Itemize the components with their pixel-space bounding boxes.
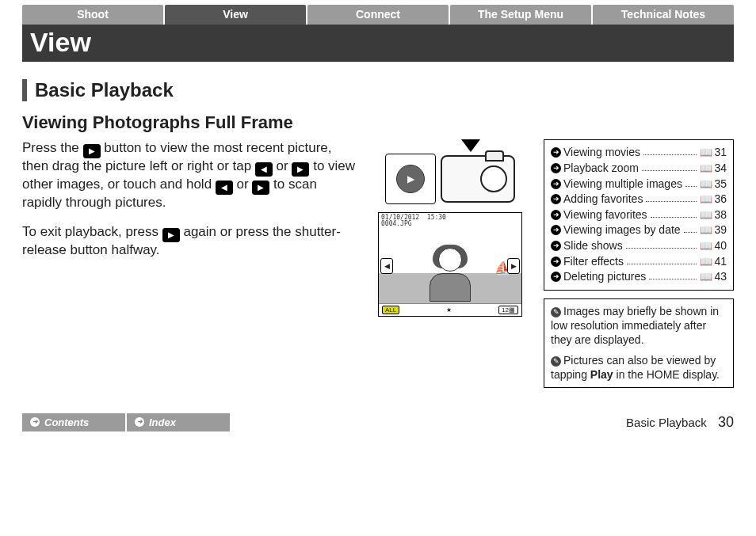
right-arrow-icon: ▶ xyxy=(252,181,269,195)
xref-label: Viewing multiple images xyxy=(563,177,682,192)
xref-item[interactable]: ➜Viewing favorites📖38 xyxy=(551,207,727,223)
pencil-icon: ✎ xyxy=(551,307,561,317)
arrow-circle-icon: ➜ xyxy=(551,163,561,173)
xref-label: Deleting pictures xyxy=(563,269,646,285)
book-icon: 📖 xyxy=(700,256,712,268)
xref-page: 40 xyxy=(714,239,727,252)
book-icon: 📖 xyxy=(700,146,712,158)
xref-page: 35 xyxy=(714,177,727,190)
right-arrow-icon: ▶ xyxy=(292,162,309,177)
xref-item[interactable]: ➜Filter effects📖41 xyxy=(551,254,727,270)
chapter-title: View xyxy=(22,25,734,62)
sailboat-icon: ⛵ xyxy=(494,260,510,276)
arrow-circle-icon: ➜ xyxy=(551,179,561,189)
section-title: Basic Playback xyxy=(22,79,734,101)
xref-item[interactable]: ➜Viewing multiple images📖35 xyxy=(551,177,727,192)
tab-technical[interactable]: Technical Notes xyxy=(593,5,734,25)
pencil-icon: ✎ xyxy=(551,356,561,367)
camera-icon xyxy=(441,155,515,203)
arrow-circle-icon: ➜ xyxy=(135,417,144,427)
xref-page: 38 xyxy=(714,208,727,221)
screen-all-button: ALL xyxy=(382,306,399,314)
xref-label: Viewing movies xyxy=(563,145,640,161)
arrow-circle-icon: ➜ xyxy=(551,272,561,282)
illustration: ▶ 01/10/2012 15:30 0004.JPG ◀ ▶ ⛵ xyxy=(371,139,529,387)
footer-link-contents[interactable]: ➜ Contents xyxy=(22,413,125,431)
tab-setup-menu[interactable]: The Setup Menu xyxy=(450,5,591,25)
arrow-circle-icon: ➜ xyxy=(551,225,561,235)
arrow-circle-icon: ➜ xyxy=(551,194,561,204)
page-number: 30 xyxy=(718,414,734,430)
xref-item[interactable]: ➜Deleting pictures📖43 xyxy=(551,269,727,285)
xref-item[interactable]: ➜Viewing movies📖31 xyxy=(551,145,727,161)
xref-item[interactable]: ➜Viewing images by date📖39 xyxy=(551,222,727,238)
xref-page: 41 xyxy=(714,255,727,268)
body-paragraph-2: To exit playback, press ▶ again or press… xyxy=(22,223,357,260)
screen-count: 12▦ xyxy=(498,306,518,314)
person-icon xyxy=(422,248,478,303)
xref-item[interactable]: ➜Playback zoom📖34 xyxy=(551,161,727,177)
book-icon: 📖 xyxy=(700,240,712,252)
arrow-circle-icon: ➜ xyxy=(30,417,40,427)
cross-reference-box: ➜Viewing movies📖31➜Playback zoom📖34➜View… xyxy=(544,139,734,290)
note-1: ✎Images may briefly be shown in low reso… xyxy=(551,304,727,348)
page-footer: ➜ Contents ➜ Index Basic Playback 30 xyxy=(22,413,734,431)
xref-item[interactable]: ➜Adding favorites📖36 xyxy=(551,192,727,207)
body-paragraph-1: Press the ▶ button to view the most rece… xyxy=(22,139,357,212)
book-icon: 📖 xyxy=(700,193,712,205)
xref-page: 36 xyxy=(714,192,727,205)
lcd-preview: 01/10/2012 15:30 0004.JPG ◀ ▶ ⛵ ALL ★ 12… xyxy=(378,212,522,317)
arrow-circle-icon: ➜ xyxy=(551,210,561,220)
tab-shoot[interactable]: Shoot xyxy=(22,5,163,25)
play-icon: ▶ xyxy=(162,228,180,242)
xref-page: 39 xyxy=(714,223,727,236)
down-arrow-icon xyxy=(461,139,480,152)
book-icon: 📖 xyxy=(700,224,712,236)
xref-page: 31 xyxy=(714,146,727,158)
screen-left-arrow-icon: ◀ xyxy=(380,258,393,274)
play-icon: ▶ xyxy=(83,144,101,158)
xref-label: Filter effects xyxy=(563,254,624,270)
xref-label: Playback zoom xyxy=(563,161,639,177)
arrow-circle-icon: ➜ xyxy=(551,257,561,267)
left-arrow-icon: ◀ xyxy=(216,181,233,195)
xref-item[interactable]: ➜Slide shows📖40 xyxy=(551,238,727,254)
tab-view[interactable]: View xyxy=(165,5,306,25)
star-icon: ★ xyxy=(446,306,452,314)
screen-time: 15:30 xyxy=(427,214,446,221)
xref-page: 43 xyxy=(714,270,727,283)
xref-label: Adding favorites xyxy=(563,192,643,207)
top-tabs: Shoot View Connect The Setup Menu Techni… xyxy=(22,5,734,25)
notes-box: ✎Images may briefly be shown in low reso… xyxy=(544,298,734,388)
note-2: ✎Pictures can also be viewed by tapping … xyxy=(551,353,727,382)
arrow-circle-icon: ➜ xyxy=(551,147,561,158)
xref-label: Viewing favorites xyxy=(563,207,647,223)
xref-label: Viewing images by date xyxy=(563,222,681,238)
left-arrow-icon: ◀ xyxy=(255,162,273,177)
arrow-circle-icon: ➜ xyxy=(551,241,561,251)
screen-file: 0004.JPG xyxy=(381,220,412,227)
xref-label: Slide shows xyxy=(563,238,623,254)
xref-page: 34 xyxy=(714,162,727,174)
tab-connect[interactable]: Connect xyxy=(307,5,449,25)
footer-link-index[interactable]: ➜ Index xyxy=(127,413,230,431)
book-icon: 📖 xyxy=(700,178,712,190)
footer-section: Basic Playback xyxy=(626,416,707,429)
subsection-title: Viewing Photographs Full Frame xyxy=(22,112,734,133)
book-icon: 📖 xyxy=(700,271,712,283)
book-icon: 📖 xyxy=(700,209,712,221)
play-button-illustration: ▶ xyxy=(385,154,436,204)
book-icon: 📖 xyxy=(700,162,712,174)
